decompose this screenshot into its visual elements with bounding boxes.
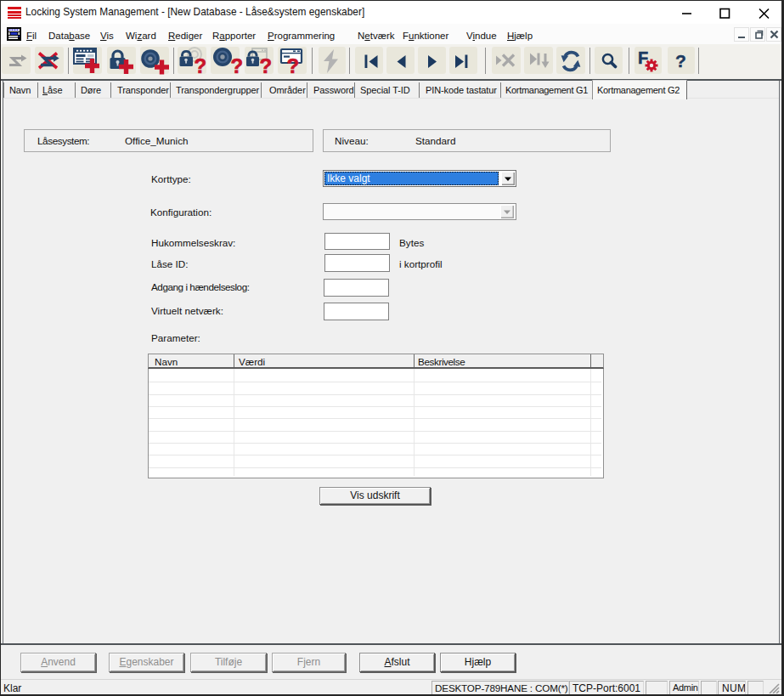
svg-text:?: ?	[287, 54, 300, 76]
svg-text:?: ?	[260, 54, 273, 76]
svg-text:?: ?	[195, 54, 207, 76]
svg-text:?: ?	[231, 54, 244, 76]
